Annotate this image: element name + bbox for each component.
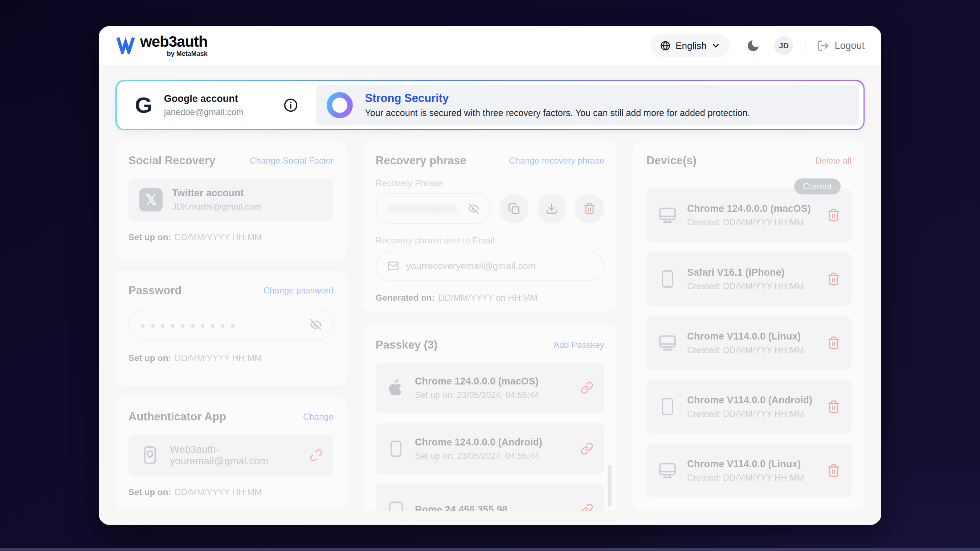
passkey-name: Rome 24.456.355.98 — [415, 504, 508, 511]
logout-button[interactable]: Logout — [817, 40, 865, 52]
device-row: Current Chrome 124.0.0.0 (macOS) Created… — [646, 188, 851, 242]
recovery-phrase-card: Recovery phrase Change recovery phrase R… — [363, 141, 617, 311]
security-strength-panel: Strong Security Your account is secured … — [316, 85, 859, 125]
setup-on-value: DD/MM/YYYY HH:MM — [175, 353, 262, 363]
trash-icon[interactable] — [827, 208, 841, 222]
x-twitter-icon: 𝕏 — [139, 188, 162, 211]
link-icon[interactable] — [581, 442, 593, 455]
add-passkey-link[interactable]: Add Passkey — [554, 340, 605, 350]
social-recovery-card: Social Recovery Change Social Factor 𝕏 T… — [115, 141, 347, 260]
trash-icon[interactable] — [827, 464, 841, 477]
passkey-list: Chrome 124.0.0.0 (macOS) Set up on: 23/0… — [375, 362, 605, 511]
app-window: web3auth by MetaMask English — [99, 26, 881, 525]
social-recovery-title: Social Recovery — [129, 154, 216, 167]
authenticator-tile: Web3auth-youremail@gmal.com — [129, 434, 334, 476]
recovery-phrase-title: Recovery phrase — [375, 154, 466, 167]
unlink-icon[interactable] — [310, 449, 323, 462]
device-row: Safari V16.1 (iPhone) Created: DD/MM/YYY… — [646, 252, 851, 306]
smartphone-icon — [657, 269, 678, 289]
login-provider-section: G Google account janedoe@gmail.com — [117, 81, 316, 129]
device-meta: Created: DD/MM/YYY HH:MM — [687, 409, 812, 419]
device-meta: Created: DD/MM/YYY HH:MM — [687, 217, 811, 227]
passkey-card: Passkey (3) Add Passkey — [363, 326, 617, 511]
authenticator-title: Authenticator App — [129, 410, 226, 423]
device-name: Chrome V114.0.0 (Linux) — [687, 459, 804, 470]
provider-title: Google account — [164, 93, 243, 105]
device-name: Safari V16.1 (iPhone) — [687, 267, 804, 278]
change-recovery-phrase-link[interactable]: Change recovery phrase — [509, 156, 605, 166]
desktop-icon — [657, 205, 678, 225]
apple-icon — [387, 378, 406, 397]
download-phrase-button[interactable] — [537, 194, 566, 224]
twitter-account-email: JDKmurthi@gmail.com — [172, 202, 261, 212]
globe-icon — [660, 40, 671, 51]
link-icon[interactable] — [581, 381, 593, 394]
twitter-account-tile: 𝕏 Twitter account JDKmurthi@gmail.com — [129, 178, 334, 221]
passkey-row: Chrome 124.0.0.0 (Android) Set up on: 23… — [375, 423, 605, 474]
generated-on-label: Generated on: — [375, 293, 435, 303]
change-authenticator-link[interactable]: Change — [303, 412, 334, 422]
device-name: Chrome V114.0.0 (Linux) — [687, 331, 804, 342]
delete-phrase-button[interactable] — [574, 194, 605, 224]
device-meta: Created: DD/MM/YYY HH:MM — [687, 345, 804, 355]
logout-icon — [817, 40, 829, 52]
device-meta: Created: DD/MM/YYY HH:MM — [687, 281, 804, 291]
current-device-badge: Current — [794, 178, 841, 194]
change-social-factor-link[interactable]: Change Social Factor — [250, 156, 334, 166]
trash-icon[interactable] — [827, 336, 841, 350]
eye-off-icon[interactable] — [310, 319, 322, 331]
setup-on-label: Set up on: — [129, 353, 171, 363]
content-area: G Google account janedoe@gmail.com — [99, 65, 881, 525]
app-header: web3auth by MetaMask English — [99, 26, 881, 65]
mail-icon — [387, 260, 399, 272]
link-icon[interactable] — [581, 503, 593, 511]
authenticator-card: Authenticator App Change — [115, 397, 347, 510]
twitter-account-name: Twitter account — [172, 187, 261, 199]
smartphone-icon — [657, 397, 678, 417]
delete-all-link[interactable]: Delete all — [815, 156, 851, 166]
device-row: Chrome V114.0.0 (Android) Created: DD/MM… — [646, 380, 851, 433]
trash-icon[interactable] — [827, 272, 841, 286]
trash-icon[interactable] — [827, 400, 841, 413]
security-strength-ring-icon — [327, 92, 353, 118]
passkey-scrollbar[interactable] — [608, 465, 612, 507]
password-field[interactable]: ●●●●●●●●●● — [129, 309, 334, 341]
device-row: Chrome V114.0.0 (Linux) Created: DD/MM/Y… — [646, 316, 851, 370]
smartphone-icon — [387, 439, 406, 458]
devices-card: Device(s) Delete all Current — [633, 141, 865, 511]
security-status-title: Strong Security — [365, 92, 750, 105]
web3auth-logo: web3auth by MetaMask — [116, 34, 208, 58]
security-status-description: Your account is secured with three recov… — [365, 108, 750, 118]
web3auth-logo-icon — [116, 37, 135, 54]
setup-on-value: DD/MM/YYYY HH:MM — [175, 487, 262, 497]
logout-label: Logout — [834, 40, 865, 51]
header-divider — [805, 38, 805, 54]
desktop-icon — [657, 333, 678, 353]
security-status-banner: G Google account janedoe@gmail.com — [115, 80, 865, 130]
recovery-phrase-field[interactable]: a1bc2def34ghi56 — [375, 193, 491, 224]
info-icon[interactable] — [283, 98, 298, 113]
tablet-icon — [387, 500, 406, 511]
authenticator-account: Web3auth-youremail@gmal.com — [170, 444, 310, 467]
setup-on-label: Set up on: — [129, 232, 171, 242]
recovery-phrase-masked: a1bc2def34ghi56 — [387, 203, 456, 214]
passkey-name: Chrome 124.0.0.0 (macOS) — [415, 376, 539, 387]
recovery-email-value: yourrecoveryemail@gmail.com — [406, 260, 536, 272]
chevron-down-icon — [711, 41, 721, 51]
device-name: Chrome V114.0.0 (Android) — [687, 395, 812, 406]
copy-phrase-button[interactable] — [499, 194, 529, 224]
language-label: English — [676, 40, 706, 51]
dark-mode-toggle[interactable] — [746, 38, 760, 53]
recovery-email-field[interactable]: yourrecoveryemail@gmail.com — [375, 251, 605, 281]
password-masked-value: ●●●●●●●●●● — [140, 321, 240, 330]
change-password-link[interactable]: Change password — [264, 286, 334, 295]
google-icon: G — [135, 94, 153, 116]
eye-off-icon[interactable] — [468, 203, 479, 214]
recovery-email-label: Recovery phrase sent to Email — [375, 235, 605, 246]
device-row: Chrome V114.0.0 (Linux) Created: DD/MM/Y… — [646, 444, 851, 497]
user-avatar[interactable]: JD — [774, 36, 793, 55]
device-name: Chrome 124.0.0.0 (macOS) — [687, 203, 811, 214]
page-background: web3auth by MetaMask English — [0, 0, 980, 551]
language-selector[interactable]: English — [651, 34, 730, 57]
passkey-meta: Set up on: 23/05/2024, 04:55:44 — [415, 390, 539, 400]
